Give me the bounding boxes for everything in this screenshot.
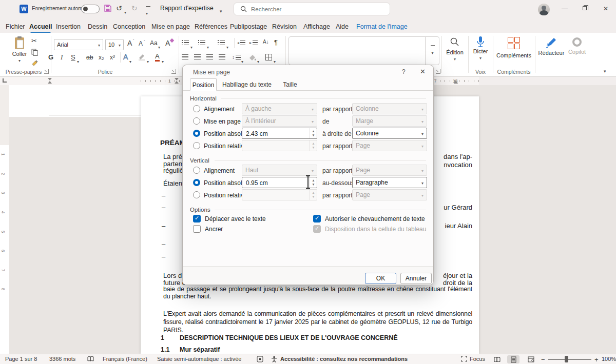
spinner-buttons[interactable]: ▲▼ [310,128,317,138]
search-input[interactable] [251,6,374,12]
save-icon[interactable] [104,4,112,12]
tab-accueil[interactable]: Accueil [29,23,52,30]
h-book-layout-radio[interactable] [193,117,200,125]
dialog-tab-habillage[interactable]: Habillage du texte [217,78,277,91]
tab-references[interactable]: Références [195,23,227,30]
h-relative-position-radio[interactable] [193,142,200,149]
font-dialog-launcher[interactable] [171,69,176,74]
web-layout-button[interactable] [525,355,537,363]
allow-overlap-checkbox[interactable] [313,215,321,223]
page-indicator[interactable]: Page 1 sur 8 [5,356,37,362]
clipboard-dialog-launcher[interactable] [44,69,49,74]
v-relative-position-radio[interactable] [193,191,200,198]
copy-icon[interactable] [31,49,38,56]
subscript-button[interactable]: x₂ [99,54,104,61]
v-absolute-relative-select[interactable]: Paragraphe [352,177,427,188]
dialog-tab-taille[interactable]: Taille [277,78,303,91]
tab-insertion[interactable]: Insertion [56,23,81,30]
format-painter-icon[interactable] [31,60,38,67]
first-line-indent-marker[interactable] [175,78,179,80]
strikethrough-button[interactable]: ab [86,54,93,61]
gallery-more-button[interactable] [431,47,433,56]
pilcrow-button[interactable]: ¶ [274,38,278,46]
justify-button[interactable] [219,54,225,59]
tab-affichage[interactable]: Affichage [303,23,330,30]
zoom-level[interactable]: 100% [602,356,616,362]
h-absolute-position-input[interactable]: 2.43 cm▲▼ [242,128,317,139]
word-count[interactable]: 3366 mots [49,356,75,362]
underline-button[interactable]: S [71,53,75,61]
word-logo-icon[interactable]: W [20,5,28,13]
v-absolute-position-radio[interactable] [193,179,200,186]
document-title[interactable]: Rapport d'expertise [160,5,214,12]
decrease-indent-button[interactable]: ◂ [237,40,245,45]
focus-mode-button[interactable]: Focus [470,356,485,362]
quick-access-icon[interactable] [146,6,150,7]
zoom-in-button[interactable]: + [594,356,599,363]
hanging-indent-marker[interactable] [48,81,52,84]
undo-chevron-icon[interactable] [124,7,126,16]
tab-dessin[interactable]: Dessin [88,23,107,30]
zoom-out-button[interactable]: − [541,356,545,363]
styles-dialog-launcher[interactable] [436,69,440,74]
zoom-slider-handle[interactable] [565,356,568,362]
print-layout-button[interactable] [507,355,519,363]
paste-button[interactable]: Coller [10,36,29,63]
autosave-toggle[interactable] [81,5,100,13]
collapse-ribbon-button[interactable] [604,66,606,75]
cancel-button[interactable]: Annuler [400,273,432,284]
font-name-select[interactable]: Arial [54,39,103,50]
cut-icon[interactable]: ✂ [31,37,37,45]
restore-button[interactable] [578,3,592,15]
underline-chevron-icon[interactable] [77,56,79,65]
change-case-button[interactable]: Aa [150,39,158,47]
ok-button[interactable]: OK [365,273,396,284]
tab-mise-en-page[interactable]: Mise en page [151,23,190,30]
close-button[interactable]: ✕ [599,3,613,15]
numbered-list-button[interactable] [198,40,205,45]
tab-conception[interactable]: Conception [113,23,145,30]
font-color-button[interactable]: A [155,52,160,62]
editor-button[interactable]: Rédacteur [537,37,566,56]
hanging-indent-marker[interactable] [175,81,179,84]
tab-revision[interactable]: Révision [272,23,297,30]
shading-button[interactable] [248,54,257,61]
align-left-button[interactable] [182,54,188,59]
dictate-button[interactable]: Dicter [469,36,492,60]
tab-format-image[interactable]: Format de l'image [356,23,408,30]
highlight-button[interactable] [138,53,146,60]
superscript-button[interactable]: x² [110,54,115,61]
doc-title-chevron-icon[interactable] [220,6,222,15]
zoom-slider-track[interactable] [548,359,591,360]
multilevel-list-button[interactable] [218,40,225,45]
shrink-font-button[interactable]: A [139,40,143,47]
font-size-select[interactable]: 10 [105,39,124,50]
text-effects-button[interactable]: A [123,53,128,61]
tab-selector-icon[interactable] [3,78,7,83]
minimize-button[interactable]: — [557,3,572,15]
align-center-button[interactable] [194,54,201,59]
h-alignment-radio[interactable] [193,105,200,112]
right-indent-marker[interactable] [454,80,458,84]
line-spacing-button[interactable]: ↕ [232,54,241,60]
autocomplete-indicator[interactable]: Saisie semi-automatique : activée [157,356,241,362]
search-box[interactable] [234,3,390,15]
first-line-indent-marker[interactable] [48,78,52,80]
dialog-help-button[interactable]: ? [402,68,406,75]
accessibility-status[interactable]: Accessibilité : consultez nos recommanda… [280,356,408,362]
align-right-button[interactable] [206,54,213,59]
autocomplete-icon[interactable] [257,356,263,362]
sort-button[interactable]: A↓ [263,39,269,45]
grow-font-button[interactable]: A [127,39,132,47]
addins-button[interactable]: Compléments [495,37,533,58]
dialog-tab-position[interactable]: Position [190,78,217,91]
italic-button[interactable]: I [61,53,63,62]
borders-button[interactable] [265,54,272,60]
language-indicator[interactable]: Français (France) [103,356,147,362]
bullet-list-button[interactable] [182,40,189,45]
undo-icon[interactable]: ↺ [116,4,122,12]
lock-anchor-checkbox[interactable] [193,225,201,233]
find-button[interactable]: Édition [444,37,466,62]
h-absolute-position-radio[interactable] [193,130,200,137]
tab-fichier[interactable]: Fichier [6,23,25,30]
